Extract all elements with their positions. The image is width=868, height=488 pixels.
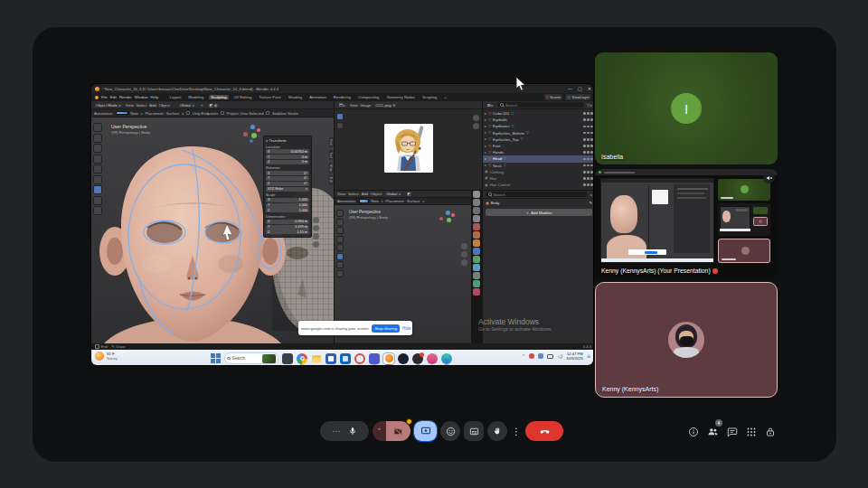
image-pan-icon[interactable] — [473, 123, 479, 129]
close-icon[interactable]: ✕ — [588, 86, 591, 91]
viewport-menu-add[interactable]: Add — [149, 103, 156, 108]
annotate-image-tool-icon[interactable] — [336, 122, 344, 129]
obs-icon[interactable] — [412, 353, 423, 364]
outliner-collection-row[interactable]: ▣Hair Control — [483, 182, 594, 188]
info-icon[interactable] — [688, 427, 699, 437]
steam-icon[interactable] — [398, 353, 409, 364]
stabilize-stroke-checkbox[interactable] — [266, 111, 270, 116]
clock-tray[interactable]: 12:47 PM 10/5/2025 — [566, 352, 583, 361]
windows-taskbar[interactable]: 81°F Sunny Search — [91, 350, 594, 366]
tab-compositing[interactable]: Compositing — [356, 95, 382, 99]
chat-icon[interactable] — [727, 427, 738, 437]
outliner-row-selected[interactable]: ▸▽Head▽ — [483, 155, 594, 162]
annotate-tool-icon[interactable] — [93, 185, 102, 194]
captions-button[interactable] — [464, 421, 484, 441]
output-props-icon[interactable] — [473, 207, 480, 214]
menu-render[interactable]: Render — [119, 95, 132, 99]
bluetooth-tray-icon[interactable] — [538, 353, 543, 359]
chrome-icon[interactable] — [297, 353, 307, 364]
vp2-pan-icon[interactable] — [461, 251, 467, 258]
participant-tile-kenny[interactable]: Kenny (KennysArts) — [595, 282, 778, 398]
outliner-filter-icon[interactable]: ☰˅ — [486, 102, 495, 108]
camera-view-icon[interactable] — [313, 233, 319, 239]
viewport-menu-object[interactable]: Object — [159, 103, 170, 108]
properties-search[interactable]: Search — [486, 192, 588, 198]
transform-tool-icon[interactable] — [93, 175, 102, 184]
outliner-row[interactable]: ▸▽Hands — [483, 149, 594, 155]
menu-help[interactable]: Help — [151, 95, 159, 99]
data-props-icon[interactable] — [473, 280, 480, 287]
vp2-zoom-icon[interactable] — [461, 243, 467, 249]
task-view-icon[interactable] — [282, 353, 293, 364]
tab-geometry-nodes[interactable]: Geometry Nodes — [384, 95, 418, 99]
reactions-button[interactable] — [440, 421, 460, 441]
blender-taskbar-icon[interactable] — [383, 353, 394, 364]
outliner-row[interactable]: ▸▽Feet — [483, 143, 594, 149]
tab-scripting[interactable]: Scripting — [420, 95, 439, 99]
vp2-camera-icon[interactable] — [461, 259, 467, 266]
vp2-move-tool-icon[interactable] — [336, 227, 344, 234]
tab-tool[interactable]: Tool — [329, 150, 334, 160]
project-onto-selected-checkbox[interactable] — [221, 111, 225, 116]
scene-selector[interactable]: ▽Scene — [544, 94, 562, 100]
file-explorer-icon[interactable] — [311, 353, 322, 364]
vp2-annotate-tool-icon[interactable] — [336, 253, 344, 260]
tab-edit[interactable]: Edit — [329, 175, 334, 184]
annotation-color-swatch-2[interactable] — [359, 199, 369, 203]
camera-control[interactable]: ⌃ — [373, 421, 410, 441]
mic-control[interactable]: ⋯ — [320, 421, 369, 441]
outliner-funnel-icon[interactable]: ▽˅ — [587, 103, 592, 108]
minimize-icon[interactable]: — — [568, 86, 572, 91]
monitor-tray-icon[interactable] — [547, 354, 553, 359]
physics-props-icon[interactable] — [473, 264, 480, 271]
image-zoom-icon[interactable] — [473, 115, 479, 121]
phone-link-icon[interactable] — [427, 353, 438, 364]
rotation-x-field[interactable]: X0° — [266, 171, 309, 175]
image-menu-image[interactable]: Image — [361, 103, 372, 108]
dim-y-field[interactable]: Y0.199 m — [266, 225, 309, 230]
onedrive-alert-icon[interactable] — [529, 353, 534, 359]
image-editor[interactable]: 🗔˅ View Image CCC.png✕ — [334, 101, 482, 190]
scale-tool-icon[interactable] — [93, 164, 102, 174]
move-tool-icon[interactable] — [93, 144, 102, 153]
host-controls-icon[interactable] — [765, 427, 776, 437]
euler-selector[interactable]: XYZ Euler˅ — [266, 187, 309, 192]
sample-tool-icon[interactable] — [336, 113, 344, 120]
stop-sharing-button[interactable]: Stop sharing — [372, 324, 400, 333]
outliner-row[interactable]: ▸▽Cube.001▽ — [483, 110, 594, 117]
teams-icon[interactable] — [369, 353, 380, 364]
tab-animation[interactable]: Animation — [307, 95, 329, 99]
outliner-collection-row[interactable]: ▣Clothing — [483, 169, 594, 175]
clock-app-icon[interactable] — [354, 353, 365, 364]
pan-icon[interactable] — [313, 225, 319, 231]
editor-type-icon[interactable]: 🗔˅ — [337, 102, 347, 108]
annotation-color-swatch[interactable] — [116, 111, 128, 116]
tab-uv-editing[interactable]: UV Editing — [231, 95, 254, 99]
only-endpoints-checkbox[interactable] — [186, 111, 191, 116]
scale-x-field[interactable]: X1.000 — [266, 198, 309, 202]
toggle-view-icon[interactable] — [313, 241, 319, 248]
particles-props-icon[interactable] — [473, 256, 480, 263]
viewport-menu-select[interactable]: Select — [137, 103, 147, 108]
rotation-y-field[interactable]: Y0° — [266, 176, 309, 181]
outliner[interactable]: ☰˅ Search ▽˅ ▸▽Cube.001▽ ▸▽Eyeballs ▸▽Ey… — [482, 101, 594, 190]
image-file-selector[interactable]: CCC.png✕ — [373, 102, 397, 108]
viewport-menu-view[interactable]: View — [126, 103, 134, 108]
microphone-icon[interactable] — [348, 427, 357, 436]
hide-banner-link[interactable]: Hide — [402, 326, 410, 331]
vp2-measure-tool-icon[interactable] — [336, 261, 344, 268]
cursor-tool-icon[interactable] — [93, 134, 102, 143]
location-y-field[interactable]: Y0 m — [266, 155, 309, 159]
stop-presenting-button[interactable] — [414, 421, 437, 441]
blender-menu-icon[interactable] — [95, 96, 99, 99]
outliner-search[interactable]: Search — [497, 102, 584, 108]
constraints-props-icon[interactable] — [473, 272, 480, 279]
participant-tile-isabella[interactable]: I Isabella — [595, 52, 778, 164]
activities-icon[interactable] — [746, 427, 757, 437]
add-workspace-button[interactable]: + — [442, 95, 448, 99]
zoom-icon[interactable] — [313, 217, 319, 223]
outliner-row[interactable]: ▸▽Eyeballs — [483, 117, 594, 123]
axis-gizmo[interactable] — [243, 125, 261, 143]
store-icon[interactable] — [326, 353, 336, 364]
vp2-rotate-tool-icon[interactable] — [336, 236, 344, 243]
